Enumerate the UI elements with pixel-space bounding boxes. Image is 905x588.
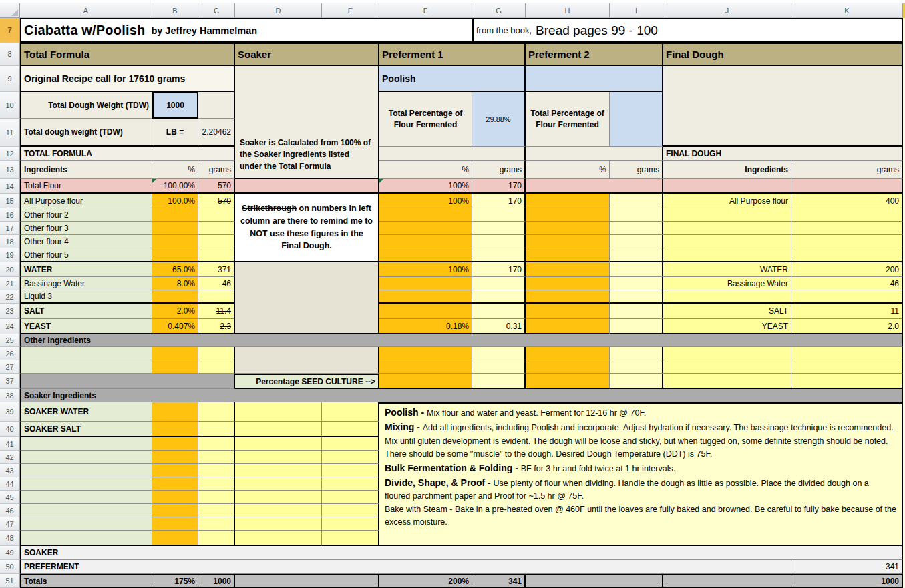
cell-r46-grams[interactable] [198, 504, 235, 517]
cell-lb-eq[interactable]: LB = [152, 119, 198, 147]
cell-poolish-label[interactable]: Poolish [379, 66, 526, 92]
section-preferment2[interactable]: Preferment 2 [526, 43, 663, 66]
cell-final-dough-block-label[interactable]: FINAL DOUGH [663, 147, 903, 161]
cell-preferment2-name[interactable] [526, 66, 663, 92]
cell-p2-r21-grams[interactable] [610, 277, 663, 290]
cell-p2-pct-fermented-value[interactable] [610, 92, 663, 147]
cell-r44-name[interactable] [20, 477, 152, 491]
cell-r47-pct[interactable] [152, 517, 198, 531]
cell-p2-r22-pct[interactable] [526, 290, 610, 304]
cell-d47[interactable] [235, 517, 322, 531]
cell-r27-pct[interactable] [152, 360, 198, 374]
cell-r43-pct[interactable] [152, 464, 198, 477]
cell-d45[interactable] [235, 491, 322, 504]
cell-fd-salt-grams[interactable]: 11 [791, 304, 903, 319]
cell-other3-grams[interactable] [198, 222, 235, 235]
cell-d42[interactable] [235, 451, 322, 464]
column-header-E[interactable]: E [322, 3, 379, 18]
row-header-40[interactable]: 40 [0, 422, 20, 437]
row-header-44[interactable]: 44 [0, 477, 20, 491]
cell-e41[interactable] [322, 437, 379, 451]
column-header-G[interactable]: G [472, 3, 526, 18]
cell-p2-r20-pct[interactable] [526, 262, 610, 277]
cell-p2-r24-pct[interactable] [526, 319, 610, 334]
cell-liquid3-grams[interactable] [198, 290, 235, 304]
cell-fd-yeast[interactable]: YEAST [663, 319, 791, 334]
cell-book-ref[interactable]: from the book, Bread pages 99 - 100 [472, 18, 903, 43]
cell-e39[interactable] [322, 402, 379, 422]
cell-p1-r21-pct[interactable] [379, 277, 472, 290]
row-header-23[interactable]: 23 [0, 304, 20, 319]
cell-all-purpose-grams[interactable]: 570 [198, 194, 235, 208]
cell-title[interactable]: Ciabatta w/Poolish by Jeffrey Hammelman [20, 18, 472, 43]
cell-soaker-salt-grams[interactable] [198, 422, 235, 437]
row-header-42[interactable]: 42 [0, 451, 20, 464]
cell-p2-r15-grams[interactable] [610, 194, 663, 208]
cell-fd-r18[interactable] [663, 235, 791, 248]
cell-hdr-pct[interactable]: % [152, 161, 198, 179]
cell-r42-grams[interactable] [198, 451, 235, 464]
cell-totals-de[interactable] [235, 574, 379, 588]
cell-p1-r26-grams[interactable] [472, 347, 526, 360]
cell-p1-total-flour-pct[interactable]: 100% [379, 179, 472, 194]
cell-p2-r22-grams[interactable] [610, 290, 663, 304]
cell-e46[interactable] [322, 504, 379, 517]
cell-fd-water-grams[interactable]: 200 [791, 262, 903, 277]
cell-fd-hdr-ingredients[interactable]: Ingredients [663, 161, 791, 179]
cell-other3-pct[interactable] [152, 222, 198, 235]
cell-salt-pct[interactable]: 2.0% [152, 304, 198, 319]
cell-r26-pct[interactable] [152, 347, 198, 360]
row-header-47[interactable]: 47 [0, 517, 20, 531]
cell-p2-r19-grams[interactable] [610, 248, 663, 262]
cell-p1-pct-fermented-value[interactable]: 29.88% [472, 92, 526, 147]
row-header-15[interactable]: 15 [0, 194, 20, 208]
cell-r27-grams[interactable] [198, 360, 235, 374]
cell-p1-r27-pct[interactable] [379, 360, 472, 374]
cell-p1-r18-grams[interactable] [472, 235, 526, 248]
row-header-24[interactable]: 24 [0, 319, 20, 334]
cell-soaker-water-grams[interactable] [198, 402, 235, 422]
cell-fd-salt[interactable]: SALT [663, 304, 791, 319]
cell-salt-grams[interactable]: 11.4 [198, 304, 235, 319]
cell-total-flour-pct[interactable]: 100.00% [152, 179, 198, 194]
cell-e40[interactable] [322, 422, 379, 437]
cell-r47-grams[interactable] [198, 517, 235, 531]
cell-other-ingredients-band[interactable]: Other Ingredients [20, 334, 903, 347]
row-header-46[interactable]: 46 [0, 504, 20, 517]
cell-fd-r16-grams[interactable] [791, 208, 903, 222]
cell-p2-hdr-pct[interactable]: % [526, 161, 610, 179]
cell-r46-name[interactable] [20, 504, 152, 517]
cell-p1-hdr-pct[interactable]: % [379, 161, 472, 179]
cell-pink-j[interactable] [663, 179, 791, 194]
cell-p2-r26-grams[interactable] [610, 347, 663, 360]
cell-r47-name[interactable] [20, 517, 152, 531]
column-header-K[interactable]: K [791, 3, 903, 18]
cell-totals-grams[interactable]: 1000 [198, 574, 235, 588]
cell-tdw-blank[interactable] [198, 92, 235, 119]
cell-p1-r27-grams[interactable] [472, 360, 526, 374]
cell-p1-pct-fermented-label[interactable]: Total Percentage of Flour Fermented [379, 92, 472, 147]
cell-p2-r21-pct[interactable] [526, 277, 610, 290]
cell-e48[interactable] [322, 531, 379, 546]
cell-e43[interactable] [322, 464, 379, 477]
cell-water-grams[interactable]: 371 [198, 262, 235, 277]
cell-all-purpose-pct[interactable]: 100.0% [152, 194, 198, 208]
cell-other4[interactable]: Other flour 4 [20, 235, 152, 248]
cell-p2-blank12[interactable] [526, 147, 663, 161]
cell-p1-totals-grams[interactable]: 341 [472, 574, 526, 588]
cell-pink-k[interactable] [791, 179, 903, 194]
cell-tdw-lb-label[interactable]: Total dough weight (TDW) [20, 119, 152, 147]
cell-p1-r23-pct[interactable] [379, 304, 472, 319]
cell-p1-blank12[interactable] [379, 147, 526, 161]
row-header-16[interactable]: 16 [0, 208, 20, 222]
cell-d41[interactable] [235, 437, 322, 451]
cell-other4-pct[interactable] [152, 235, 198, 248]
cell-soaker-note[interactable]: Soaker is Calculated from 100% of the So… [235, 66, 379, 179]
cell-p2-r18-grams[interactable] [610, 235, 663, 248]
column-header-I[interactable]: I [610, 3, 663, 18]
cell-p2-r37-grams[interactable] [610, 374, 663, 389]
cell-other5[interactable]: Other flour 5 [20, 248, 152, 262]
cell-r48-pct[interactable] [152, 531, 198, 546]
row-header-27[interactable]: 27 [0, 360, 20, 374]
row-header-49[interactable]: 49 [0, 546, 20, 560]
